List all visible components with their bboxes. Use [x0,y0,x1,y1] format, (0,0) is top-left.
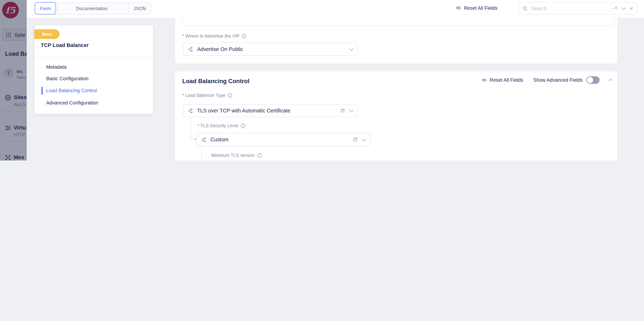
min-tls-label-row: Minimum TLS version [211,153,262,158]
branch-icon [201,136,207,143]
tls-level-select[interactable]: Custom [196,133,370,146]
search-icon [522,6,528,11]
panel-nav-basic-configuration[interactable]: Basic Configuration [46,76,88,81]
reset-all-fields-label: Reset All Fields [464,5,498,11]
info-icon[interactable] [257,153,262,158]
panel-title: TCP Load Balancer [41,42,88,48]
tree-connector [202,146,202,160]
section-title: Load Balancing Control [182,78,250,85]
tab-documentation[interactable]: Documentation [56,3,128,14]
advertise-select[interactable]: Advertise On Public [183,43,358,56]
toggle-knob [587,77,593,83]
top-header: Form Documentation JSON Reset All Fields… [0,0,644,18]
reset-all-fields-top[interactable]: Reset All Fields [456,5,498,11]
form-view-tabs: Form Documentation JSON [35,2,151,15]
search-close-icon[interactable]: × [630,5,633,11]
branch-icon [188,46,194,52]
advertise-label: * Where to Advertise the VIP [182,34,240,39]
modal-dim-overlay[interactable] [0,0,27,160]
section-controls: Reset All Fields Show Advanced Fields [482,76,612,84]
partial-input-field[interactable] [182,18,615,26]
new-badge: New [34,29,60,39]
wizard-panel: New TCP Load Balancer Metadata Basic Con… [34,25,153,114]
refresh-icon[interactable] [353,137,358,142]
reset-all-fields-label: Reset All Fields [490,77,523,83]
tree-elbow [190,135,194,139]
lb-type-value: TLS over TCP with Automatic Certificate [197,108,290,113]
tab-form[interactable]: Form [35,2,56,15]
undo-icon [482,77,487,83]
advertise-value: Advertise On Public [197,46,243,52]
lb-type-label-row: * Load Balancer Type [182,93,233,98]
branch-icon [188,107,194,114]
info-icon[interactable] [228,93,233,98]
reset-all-fields-section[interactable]: Reset All Fields [482,77,523,83]
panel-nav-metadata[interactable]: Metadata [46,64,66,70]
min-tls-label: Minimum TLS version [211,153,255,158]
chevron-down-icon [349,107,354,112]
active-nav-indicator [42,87,42,95]
info-icon[interactable] [242,34,247,39]
panel-nav-advanced-configuration[interactable]: Advanced Configuration [46,100,98,106]
collapse-section-icon[interactable] [608,78,613,83]
panel-divider [34,57,153,58]
panel-divider-notch [40,54,46,61]
tls-level-label: * TLS Security Level [198,123,238,128]
show-advanced-toggle[interactable] [586,76,600,84]
chevron-down-icon [349,46,354,51]
advertise-label-row: * Where to Advertise the VIP [182,34,247,39]
lb-type-label: * Load Balancer Type [182,93,226,98]
search-input[interactable] [531,5,607,11]
panel-nav-load-balancing-control[interactable]: Load Balancing Control [46,88,97,93]
refresh-icon[interactable] [340,108,345,113]
search-box: × [518,2,637,15]
lb-type-select[interactable]: TLS over TCP with Automatic Certificate [183,104,358,117]
chevron-down-icon [362,136,366,141]
lb-control-card: Load Balancing Control Reset All Fields … [175,71,617,160]
info-icon[interactable] [240,123,246,128]
app-sidebar-dimmed: f5 Sele Load Ba T tec Nam [0,0,27,160]
search-prev-icon[interactable] [614,7,618,11]
search-divider [610,5,611,12]
undo-icon [456,5,461,11]
tls-level-label-row: * TLS Security Level [198,123,246,128]
tab-json[interactable]: JSON [128,3,151,14]
search-next-icon[interactable] [621,5,626,10]
advertise-card: * Where to Advertise the VIP Advertise O… [175,18,617,64]
tree-dot [194,138,196,140]
app-root: Form Documentation JSON Reset All Fields… [0,0,644,160]
show-advanced-label: Show Advanced Fields [533,77,583,83]
tls-level-value: Custom [210,137,228,142]
